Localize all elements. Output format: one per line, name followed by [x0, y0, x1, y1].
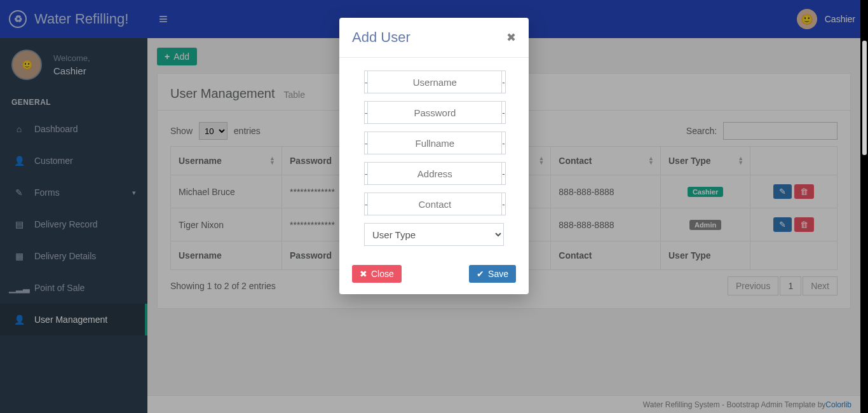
modal-add-user: Add User ✖ - - - - - - - - - -	[339, 18, 529, 294]
fullname-field[interactable]	[367, 132, 502, 154]
addon-right: -	[502, 71, 505, 93]
addon-right: -	[502, 193, 505, 215]
close-button[interactable]: ✖ Close	[352, 265, 402, 283]
close-button-label: Close	[371, 269, 394, 279]
save-button[interactable]: ✔ Save	[469, 265, 516, 283]
close-icon: ✖	[360, 269, 367, 279]
modal-title: Add User	[352, 29, 410, 46]
addon-right: -	[502, 162, 505, 185]
contact-field[interactable]	[367, 193, 502, 215]
password-field[interactable]	[367, 101, 502, 124]
user-type-select[interactable]: User Type	[364, 223, 504, 246]
save-button-label: Save	[488, 269, 508, 279]
scrollbar[interactable]	[862, 41, 867, 155]
addon-right: -	[502, 132, 505, 154]
check-icon: ✔	[477, 269, 484, 279]
close-icon[interactable]: ✖	[506, 30, 516, 44]
addon-right: -	[502, 101, 505, 124]
username-field[interactable]	[367, 71, 502, 93]
address-field[interactable]	[367, 162, 502, 185]
